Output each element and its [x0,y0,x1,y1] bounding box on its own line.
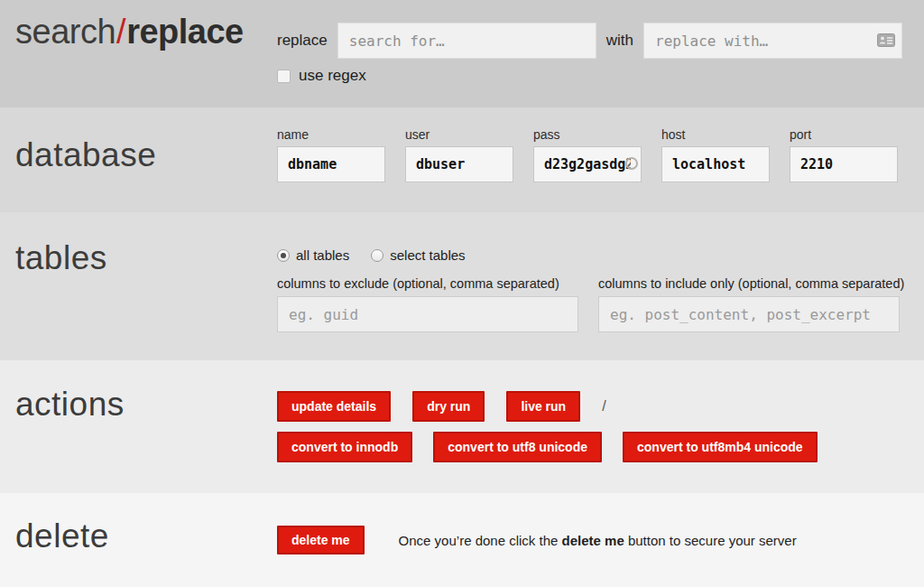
db-name-label: name [277,127,385,142]
db-host-input[interactable] [661,146,770,182]
use-regex-checkbox[interactable] [277,70,291,83]
convert-utf8-button[interactable]: convert to utf8 unicode [433,432,602,462]
db-host-label: host [661,127,770,142]
exclude-columns-label: columns to exclude (optional, comma sepa… [277,276,578,291]
db-pass-field-group: pass [533,127,642,182]
logo-replace-text: replace [126,13,244,51]
live-run-button[interactable]: live run [506,391,580,422]
exclude-columns-input[interactable] [277,296,578,332]
delete-note-suffix: button to secure your server [624,533,797,548]
db-user-input[interactable] [405,146,513,182]
database-heading: database [15,136,277,174]
delete-note: Once you’re done click the delete me but… [399,533,797,548]
db-port-input[interactable] [790,146,898,182]
tables-band: tables all tables select tables columns … [0,212,924,360]
db-user-label: user [405,127,513,142]
select-tables-radio[interactable] [371,249,383,262]
logo-search-text: search [15,13,116,51]
app-logo: search/replace [15,13,277,51]
db-user-field-group: user [405,127,513,182]
all-tables-radio-item[interactable]: all tables [277,247,349,263]
delete-me-button[interactable]: delete me [277,526,365,554]
delete-note-prefix: Once you’re done click the [399,533,562,548]
with-label: with [606,32,633,50]
actions-band: actions update details dry run live run … [0,360,924,493]
delete-heading: delete [15,517,277,555]
run-separator-slash: / [602,398,605,415]
actions-heading: actions [15,386,277,424]
include-columns-group: columns to include only (optional, comma… [598,276,900,332]
db-host-field-group: host [661,127,770,182]
header-band: search/replace replace with use reg [0,0,924,107]
contact-card-icon [877,33,895,47]
all-tables-label: all tables [296,247,349,263]
include-columns-label: columns to include only (optional, comma… [598,276,900,291]
all-tables-radio[interactable] [277,249,290,262]
db-port-field-group: port [790,127,898,182]
db-name-input[interactable] [277,146,385,182]
replace-label: replace [277,32,328,50]
db-name-field-group: name [277,127,385,182]
convert-innodb-button[interactable]: convert to innodb [277,432,412,462]
convert-utf8mb4-button[interactable]: convert to utf8mb4 unicode [623,432,818,462]
delete-note-bold: delete me [562,533,624,548]
include-columns-input[interactable] [598,296,900,332]
exclude-columns-group: columns to exclude (optional, comma sepa… [277,276,578,332]
tables-heading: tables [15,239,277,277]
database-band: database name user pass host [0,107,924,212]
select-tables-radio-item[interactable]: select tables [371,247,465,263]
logo-slash: / [116,13,126,51]
delete-band: delete delete me Once you’re done click … [0,493,924,587]
db-pass-label: pass [533,127,642,142]
replace-with-input[interactable] [643,23,902,59]
use-regex-label: use regex [299,67,366,85]
password-reveal-icon[interactable] [625,157,638,170]
search-for-input[interactable] [337,23,596,59]
dry-run-button[interactable]: dry run [412,391,485,422]
db-port-label: port [790,127,898,142]
update-details-button[interactable]: update details [277,391,391,422]
select-tables-label: select tables [390,247,465,263]
